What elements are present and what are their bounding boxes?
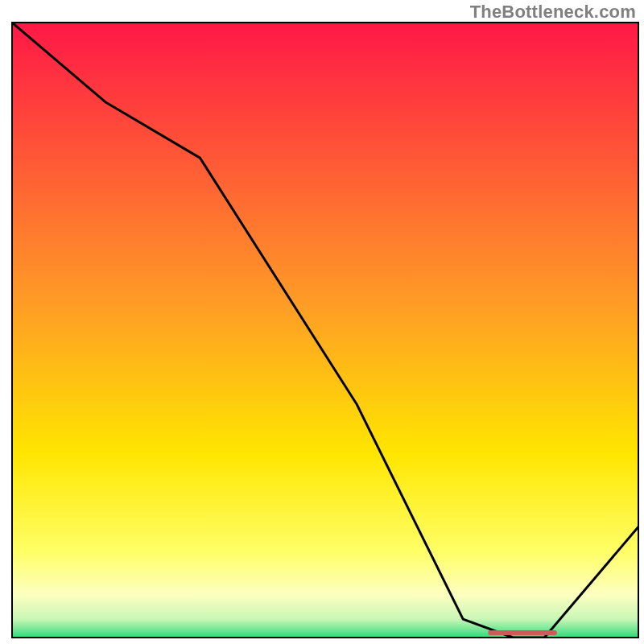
gradient-background	[12, 23, 638, 638]
optimal-range-marker	[488, 630, 557, 635]
watermark-text: TheBottleneck.com	[470, 2, 636, 23]
chart-container: TheBottleneck.com	[0, 0, 644, 644]
bottleneck-chart	[0, 0, 644, 644]
